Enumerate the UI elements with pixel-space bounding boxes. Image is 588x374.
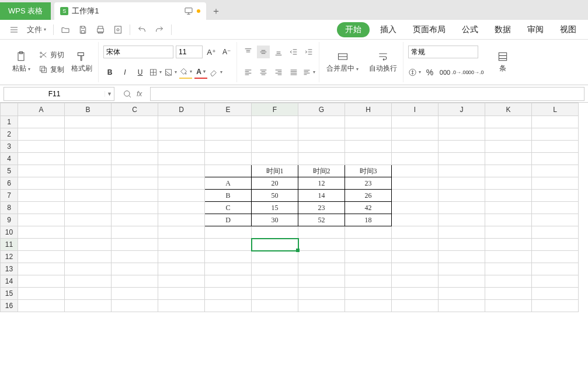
font-size-select[interactable] (176, 46, 203, 58)
cell-F1[interactable] (252, 116, 298, 128)
cell-K13[interactable] (485, 263, 532, 275)
row-header-13[interactable]: 13 (1, 263, 18, 275)
cell-J9[interactable] (439, 214, 485, 226)
cell-E11[interactable] (205, 239, 252, 251)
paste-button[interactable]: 粘贴 (8, 50, 34, 75)
cell-G8[interactable]: 23 (298, 202, 345, 214)
cell-G3[interactable] (298, 141, 345, 153)
cell-A14[interactable] (18, 275, 65, 288)
cell-E13[interactable] (205, 263, 252, 275)
row-header-1[interactable]: 1 (1, 116, 18, 128)
cell-E10[interactable] (205, 226, 252, 239)
cell-K10[interactable] (485, 226, 532, 239)
cell-A15[interactable] (18, 288, 65, 300)
cell-I6[interactable] (392, 177, 439, 190)
cell-H3[interactable] (345, 141, 392, 153)
fx-label[interactable]: fx (137, 90, 142, 98)
align-top-button[interactable] (242, 46, 255, 58)
merge-center-button[interactable]: 合并居中 (324, 50, 361, 75)
tab-view[interactable]: 视图 (554, 21, 582, 39)
cell-G11[interactable] (298, 239, 345, 251)
cell-C16[interactable] (112, 300, 158, 312)
app-tab[interactable]: WPS 表格 (0, 2, 51, 20)
font-name-select[interactable] (103, 46, 173, 58)
cell-E8[interactable]: C (205, 202, 252, 214)
cell-G6[interactable]: 12 (298, 177, 345, 190)
cell-F3[interactable] (252, 141, 298, 153)
cell-J8[interactable] (439, 202, 485, 214)
cell-L9[interactable] (532, 214, 579, 226)
cell-E15[interactable] (205, 288, 252, 300)
document-tab[interactable]: S 工作簿1 (54, 2, 206, 20)
cell-A3[interactable] (18, 141, 65, 153)
cell-L16[interactable] (532, 300, 579, 312)
decrease-decimal-button[interactable]: .0→.00 (454, 66, 467, 79)
orientation-button[interactable] (302, 66, 315, 79)
cell-A10[interactable] (18, 226, 65, 239)
redo-button[interactable] (151, 23, 168, 37)
cell-C11[interactable] (112, 239, 158, 251)
currency-button[interactable] (408, 66, 421, 79)
cell-A4[interactable] (18, 153, 65, 165)
cell-D10[interactable] (158, 226, 205, 239)
cell-B1[interactable] (65, 116, 112, 128)
row-header-12[interactable]: 12 (1, 251, 18, 263)
cell-H2[interactable] (345, 128, 392, 141)
cell-B10[interactable] (65, 226, 112, 239)
cell-G10[interactable] (298, 226, 345, 239)
cell-B9[interactable] (65, 214, 112, 226)
cell-C4[interactable] (112, 153, 158, 165)
row-header-11[interactable]: 11 (1, 239, 18, 251)
cell-B2[interactable] (65, 128, 112, 141)
decrease-font-button[interactable]: A⁻ (220, 46, 233, 58)
bold-button[interactable]: B (103, 66, 116, 79)
justify-button[interactable] (287, 66, 300, 79)
cell-H16[interactable] (345, 300, 392, 312)
cell-L4[interactable] (532, 153, 579, 165)
cell-C12[interactable] (112, 251, 158, 263)
col-header-D[interactable]: D (158, 103, 205, 116)
cell-D14[interactable] (158, 275, 205, 288)
cell-B8[interactable] (65, 202, 112, 214)
row-header-8[interactable]: 8 (1, 202, 18, 214)
cell-I5[interactable] (392, 165, 439, 177)
align-right-button[interactable] (272, 66, 285, 79)
increase-font-button[interactable]: A⁺ (205, 46, 218, 58)
align-left-button[interactable] (242, 66, 255, 79)
cell-K11[interactable] (485, 239, 532, 251)
align-center-button[interactable] (257, 66, 270, 79)
cell-C2[interactable] (112, 128, 158, 141)
col-header-A[interactable]: A (18, 103, 65, 116)
cell-L8[interactable] (532, 202, 579, 214)
cell-B7[interactable] (65, 190, 112, 202)
cell-G4[interactable] (298, 153, 345, 165)
new-tab-button[interactable]: ＋ (206, 2, 226, 20)
cell-H5[interactable]: 时间3 (345, 165, 392, 177)
cell-L12[interactable] (532, 251, 579, 263)
cell-J11[interactable] (439, 239, 485, 251)
font-color-button[interactable]: A (194, 66, 207, 79)
cell-B6[interactable] (65, 177, 112, 190)
cell-A1[interactable] (18, 116, 65, 128)
cell-H11[interactable] (345, 239, 392, 251)
col-header-K[interactable]: K (485, 103, 532, 116)
cell-H13[interactable] (345, 263, 392, 275)
cell-K5[interactable] (485, 165, 532, 177)
cell-H6[interactable]: 23 (345, 177, 392, 190)
formula-input[interactable] (150, 87, 584, 101)
cell-C14[interactable] (112, 275, 158, 288)
cell-J13[interactable] (439, 263, 485, 275)
row-header-9[interactable]: 9 (1, 214, 18, 226)
cell-G5[interactable]: 时间2 (298, 165, 345, 177)
presentation-mode-icon[interactable] (184, 6, 193, 16)
cell-I7[interactable] (392, 190, 439, 202)
col-header-C[interactable]: C (112, 103, 158, 116)
cell-B5[interactable] (65, 165, 112, 177)
col-header-F[interactable]: F (252, 103, 298, 116)
cell-A9[interactable] (18, 214, 65, 226)
cell-G1[interactable] (298, 116, 345, 128)
tab-review[interactable]: 审阅 (521, 21, 549, 39)
cell-H4[interactable] (345, 153, 392, 165)
cell-K1[interactable] (485, 116, 532, 128)
expand-formula-icon[interactable] (123, 89, 132, 99)
